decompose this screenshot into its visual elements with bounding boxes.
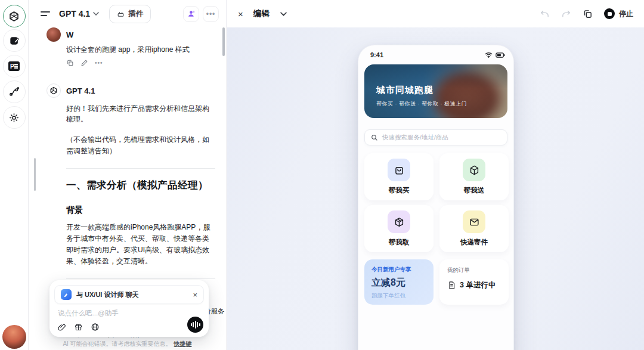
user-message-avatar	[47, 27, 61, 42]
stop-icon	[604, 8, 615, 19]
notes-app-icon	[8, 35, 20, 47]
assistant-paragraph: 开发一款高端质感的iPhone风格跑腿APP，服务于城市中有外卖、代买、帮取、快…	[66, 222, 215, 267]
model-selector[interactable]: GPT 4.1	[59, 9, 90, 18]
sidebar-item-flow[interactable]	[3, 80, 26, 103]
orders-card[interactable]: 我的订单 3 单进行中	[439, 259, 509, 305]
person-icon	[187, 10, 196, 18]
close-icon[interactable]: ×	[193, 291, 197, 299]
service-label: 帮我买	[389, 186, 410, 195]
battery-icon	[496, 52, 505, 58]
cube-icon	[463, 159, 485, 181]
design-canvas[interactable]: 9:41 城市同城跑腿 帮你买 · 帮你送 · 帮你取 · 极速上门	[227, 27, 644, 350]
persona-button[interactable]	[183, 6, 199, 22]
plugin-icon	[117, 10, 125, 18]
attachment-icon[interactable]	[58, 323, 66, 332]
promo-tag: 今日新用户专享	[371, 266, 426, 274]
sidebar-item-canvas[interactable]	[3, 29, 26, 52]
orders-label: 我的订单	[447, 267, 501, 274]
assistant-paragraph: （不会输出代码，先梳理需求和设计风格，如需调整请告知）	[66, 134, 215, 157]
app-rail: P	[0, 0, 29, 350]
envelope-icon	[463, 210, 485, 233]
subsection-title: 背景	[66, 205, 215, 216]
ellipsis-icon: •••	[206, 10, 216, 17]
promo-card[interactable]: 今日新用户专享 立减8元 跑腿下单红包	[364, 259, 434, 305]
globe-icon[interactable]	[91, 323, 100, 332]
message-more-icon[interactable]: •••	[95, 60, 103, 66]
orders-status: 3 单进行中	[460, 280, 496, 290]
phone-status-bar: 9:41	[370, 51, 505, 59]
service-label: 帮我取	[389, 238, 410, 247]
stop-label: 停止	[619, 9, 633, 19]
search-icon	[371, 134, 378, 141]
close-icon[interactable]: ×	[238, 9, 243, 19]
assistant-paragraph: 好的！我们先来进行产品需求分析和信息架构梳理。	[66, 103, 215, 125]
promo-note: 跑腿下单红包	[371, 292, 426, 300]
document-icon	[447, 281, 456, 290]
service-courier[interactable]: 快递寄件	[439, 205, 509, 252]
chatgpt-logo[interactable]	[3, 5, 26, 27]
gift-icon[interactable]	[74, 323, 83, 332]
assistant-avatar	[47, 83, 61, 98]
disclaimer-text: AI 可能会犯错误。请考虑核实重要信息。	[63, 340, 171, 347]
disclaimer: AI 可能会犯错误。请考虑核实重要信息。快捷键	[29, 340, 226, 348]
shopping-bag-icon	[388, 159, 410, 181]
open-box-icon	[388, 210, 410, 233]
user-avatar[interactable]	[2, 325, 26, 349]
openai-knot-icon	[8, 11, 20, 22]
sidebar-item-settings[interactable]	[3, 106, 26, 129]
user-message: W 设计全套的跑腿 app，采用iphone 样式 •••	[47, 27, 213, 67]
chevron-down-icon[interactable]	[93, 12, 99, 16]
plugins-button[interactable]: 插件	[109, 5, 151, 23]
panel-resize-handle[interactable]	[34, 158, 36, 191]
collapse-sidebar-icon[interactable]	[41, 11, 50, 16]
chat-input[interactable]	[58, 309, 195, 317]
search-placeholder: 快速搜索服务/地址/商品	[382, 134, 448, 142]
user-message-name: W	[66, 30, 73, 39]
voice-input-button[interactable]	[187, 317, 203, 333]
search-input[interactable]: 快速搜索服务/地址/商品	[364, 129, 507, 145]
widget-title: 与 UX/UI 设计师 聊天	[76, 290, 139, 299]
widget-toolbar	[58, 323, 100, 332]
settings-gear-icon	[8, 112, 20, 123]
copy-icon[interactable]	[66, 59, 74, 67]
service-label: 帮我送	[464, 186, 485, 195]
divider	[66, 168, 215, 169]
chevron-down-icon[interactable]	[280, 12, 287, 16]
service-pickup[interactable]: 帮我取	[364, 205, 434, 252]
openai-knot-icon	[49, 86, 58, 95]
user-message-text: 设计全套的跑腿 app，采用iphone 样式	[66, 44, 215, 55]
iphone-mockup: 9:41 城市同城跑腿 帮你买 · 帮你送 · 帮你取 · 极速上门	[358, 45, 514, 350]
wifi-icon	[485, 52, 493, 58]
service-label: 快递寄件	[460, 238, 488, 247]
stop-button[interactable]: 停止	[604, 8, 633, 19]
hero-subtitle: 帮你买 · 帮你送 · 帮你取 · 极速上门	[376, 100, 467, 108]
chat-header: GPT 4.1 插件 •••	[29, 0, 226, 27]
flow-app-icon	[8, 86, 20, 98]
editor-toolbar: × 编辑 停止	[227, 0, 644, 27]
hero-banner[interactable]: 城市同城跑腿 帮你买 · 帮你送 · 帮你取 · 极速上门	[364, 64, 507, 118]
edit-menu[interactable]: 编辑	[253, 8, 270, 19]
redo-icon[interactable]	[561, 9, 571, 19]
widget-header: 与 UX/UI 设计师 聊天 ×	[54, 285, 204, 304]
slides-app-icon: P	[8, 61, 20, 71]
chat-panel: GPT 4.1 插件 •••	[29, 0, 227, 350]
assistant-chat-widget: 与 UX/UI 设计师 聊天 ×	[49, 280, 209, 337]
copy-icon[interactable]	[583, 9, 593, 19]
section-title: 一、需求分析（模拟产品经理）	[66, 179, 215, 192]
service-send[interactable]: 帮我送	[439, 153, 509, 200]
chat-scrollbar[interactable]	[222, 27, 225, 56]
assistant-name: GPT 4.1	[66, 86, 95, 95]
undo-icon[interactable]	[540, 9, 550, 19]
designer-app-icon	[61, 289, 72, 300]
sidebar-item-slides[interactable]: P	[3, 55, 26, 78]
status-time: 9:41	[370, 51, 383, 58]
divider	[66, 278, 215, 279]
plugins-label: 插件	[128, 9, 143, 19]
more-options-button[interactable]: •••	[203, 6, 219, 22]
edit-pen-icon[interactable]	[80, 59, 88, 67]
shortcuts-link[interactable]: 快捷键	[174, 340, 192, 347]
promo-amount: 立减8元	[371, 277, 426, 289]
service-buy[interactable]: 帮我买	[364, 153, 434, 200]
hero-title: 城市同城跑腿	[376, 85, 434, 96]
